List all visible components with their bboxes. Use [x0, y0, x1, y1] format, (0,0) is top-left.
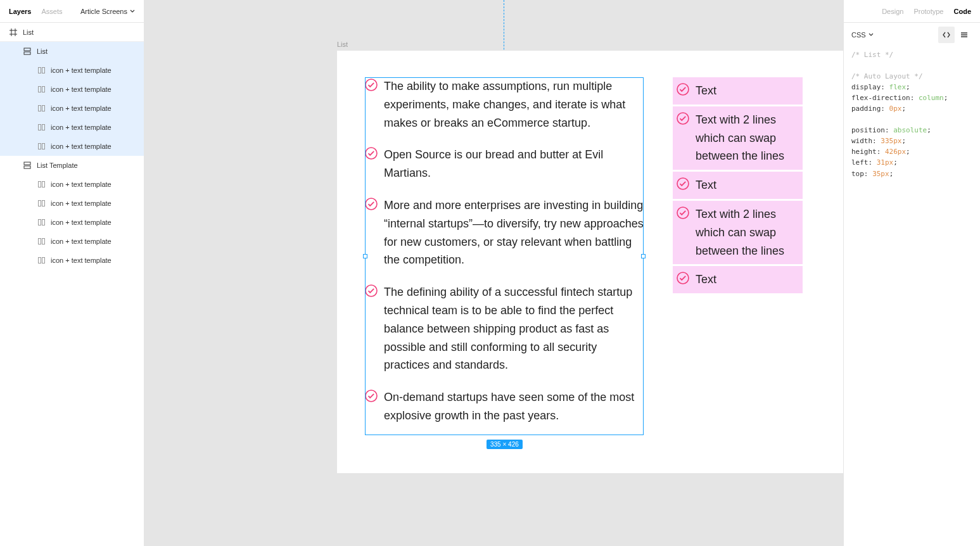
layer-row[interactable]: List Template — [0, 156, 144, 175]
tab-assets[interactable]: Assets — [41, 8, 62, 15]
layer-row[interactable]: icon + text template — [0, 175, 144, 194]
selection-box[interactable] — [365, 77, 644, 435]
layer-row[interactable]: icon + text template — [0, 194, 144, 213]
selection-handle-right[interactable] — [641, 254, 646, 258]
check-circle-icon — [677, 177, 689, 190]
layer-row[interactable]: icon + text template — [0, 61, 144, 80]
component-instance-icon — [37, 142, 46, 151]
layer-row[interactable]: icon + text template — [0, 251, 144, 270]
list-item-text: Text with 2 lines which can swap between… — [696, 111, 799, 165]
selection-handle-left[interactable] — [363, 254, 367, 258]
selection-size-badge: 335 × 426 — [487, 440, 523, 449]
check-circle-icon — [677, 112, 689, 125]
component-instance-icon — [37, 66, 46, 75]
list-item[interactable]: Text with 2 lines which can swap between… — [673, 201, 803, 264]
layer-row[interactable]: icon + text template — [0, 137, 144, 156]
auto-layout-list-icon — [23, 47, 32, 56]
svg-rect-2 — [24, 162, 30, 165]
check-circle-icon — [677, 272, 689, 284]
list-item[interactable]: Text with 2 lines which can swap between… — [673, 106, 803, 170]
frame-label[interactable]: List — [337, 41, 348, 48]
component-instance-icon — [37, 104, 46, 113]
layer-label: icon + text template — [51, 219, 111, 226]
right-panel: Design Prototype Code CSS /* List */ /* … — [843, 0, 980, 546]
layer-label: icon + text template — [51, 143, 111, 150]
component-instance-icon — [37, 123, 46, 132]
layer-root-frame[interactable]: List — [0, 23, 144, 42]
tab-code[interactable]: Code — [954, 8, 972, 15]
component-instance-icon — [37, 199, 46, 208]
list-item[interactable]: Text — [673, 172, 803, 199]
layer-row[interactable]: List — [0, 42, 144, 61]
component-instance-icon — [37, 237, 46, 246]
layer-row[interactable]: icon + text template — [0, 118, 144, 137]
layer-label: icon + text template — [51, 181, 111, 188]
code-header: CSS — [844, 23, 980, 47]
auto-layout-list-icon — [23, 161, 32, 170]
svg-rect-1 — [24, 52, 30, 54]
layer-label: icon + text template — [51, 86, 111, 93]
layer-label: icon + text template — [51, 200, 111, 207]
layer-label: icon + text template — [51, 257, 111, 264]
layer-label: icon + text template — [51, 124, 111, 131]
component-instance-icon — [37, 180, 46, 189]
code-view-icon[interactable] — [938, 27, 955, 43]
list-item-text: Text — [696, 270, 716, 289]
list-item-text: Text — [696, 176, 716, 194]
list-item-text: Text with 2 lines which can swap between… — [696, 205, 799, 260]
layer-row[interactable]: icon + text template — [0, 232, 144, 251]
component-instance-icon — [37, 256, 46, 265]
layer-row[interactable]: icon + text template — [0, 213, 144, 232]
page-dropdown[interactable]: Article Screens — [80, 8, 135, 15]
layer-label: icon + text template — [51, 105, 111, 112]
list-item-text: Text — [696, 82, 716, 100]
layer-row[interactable]: icon + text template — [0, 80, 144, 99]
list-item[interactable]: Text — [673, 266, 803, 293]
chevron-down-icon — [130, 9, 135, 14]
check-circle-icon — [677, 83, 689, 96]
code-language-label: CSS — [851, 31, 866, 39]
code-body[interactable]: /* List */ /* Auto Layout */display: fle… — [844, 47, 980, 182]
page-dropdown-label: Article Screens — [80, 8, 127, 15]
tab-prototype[interactable]: Prototype — [913, 8, 943, 15]
table-view-icon[interactable] — [956, 27, 972, 43]
tab-design[interactable]: Design — [882, 8, 903, 15]
svg-rect-3 — [24, 166, 30, 168]
component-instance-icon — [37, 85, 46, 94]
layer-row[interactable]: icon + text template — [0, 99, 144, 118]
canvas[interactable]: List The ability to make assumptions, ru… — [144, 0, 843, 546]
left-panel: Layers Assets Article Screens List Listi… — [0, 0, 144, 546]
layer-label: List — [23, 29, 34, 36]
component-instance-icon — [37, 218, 46, 227]
tab-layers[interactable]: Layers — [9, 8, 31, 15]
layer-label: icon + text template — [51, 238, 111, 245]
right-tabs: Design Prototype Code — [844, 0, 980, 23]
layer-label: List — [37, 48, 48, 55]
list-item[interactable]: Text — [673, 77, 803, 105]
frame-icon — [9, 28, 18, 37]
left-tabs: Layers Assets Article Screens — [0, 0, 144, 23]
code-language-dropdown[interactable]: CSS — [851, 31, 874, 39]
chevron-down-icon — [869, 32, 874, 37]
check-circle-icon — [677, 206, 689, 219]
layer-label: icon + text template — [51, 67, 111, 74]
svg-rect-0 — [24, 48, 30, 51]
list-template[interactable]: TextText with 2 lines which can swap bet… — [673, 77, 803, 293]
layer-label: List Template — [37, 162, 78, 169]
